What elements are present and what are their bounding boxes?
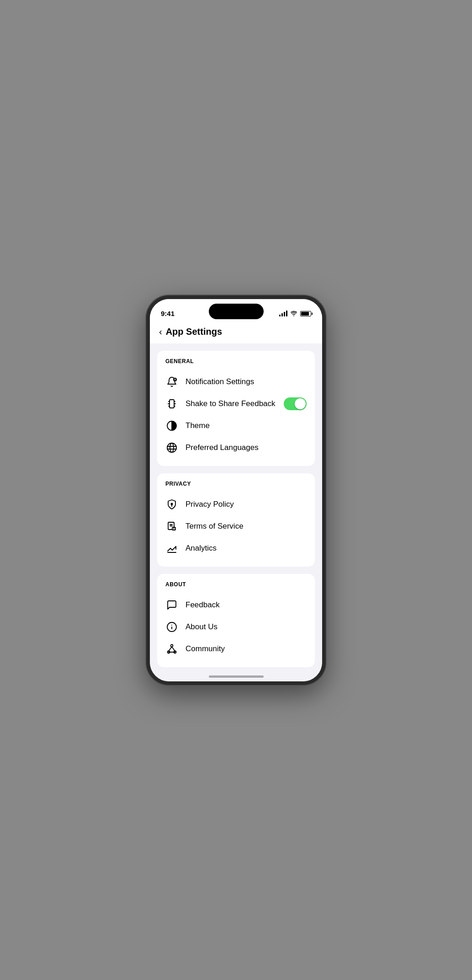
analytics-icon: [165, 542, 178, 555]
header: ‹ App Settings: [150, 322, 322, 343]
privacy-section-title: PRIVACY: [165, 481, 307, 487]
home-bar: [209, 675, 264, 678]
about-section: ABOUT Feedback: [157, 574, 315, 667]
privacy-policy-label: Privacy Policy: [186, 500, 307, 509]
preferred-languages-row[interactable]: Preferred Languages: [165, 437, 307, 459]
svg-line-28: [169, 647, 172, 651]
notification-settings-row[interactable]: Notification Settings: [165, 371, 307, 393]
home-indicator: [150, 668, 322, 681]
screen: 9:41 ‹ App Settings: [150, 299, 322, 681]
status-icons: [279, 311, 311, 316]
chat-icon: [165, 599, 178, 611]
svg-point-9: [167, 443, 176, 452]
battery-icon: [300, 311, 311, 316]
privacy-policy-row[interactable]: Privacy Policy: [165, 493, 307, 515]
dynamic-island: [209, 304, 264, 319]
toggle-track: [284, 397, 307, 410]
svg-point-10: [170, 443, 174, 452]
signal-icon: [279, 311, 287, 316]
wifi-icon: [290, 311, 297, 316]
shake-icon: [165, 397, 178, 410]
svg-line-29: [172, 647, 175, 651]
about-us-row[interactable]: About Us: [165, 616, 307, 638]
community-icon: [165, 643, 178, 655]
theme-row[interactable]: Theme: [165, 415, 307, 437]
language-icon: [165, 441, 178, 454]
status-time: 9:41: [161, 310, 175, 317]
back-button[interactable]: ‹: [159, 327, 162, 336]
theme-icon: [165, 419, 178, 432]
privacy-section: PRIVACY Privacy Policy: [157, 473, 315, 567]
theme-label: Theme: [186, 421, 307, 430]
about-section-title: ABOUT: [165, 581, 307, 588]
shake-to-share-label: Shake to Share Feedback: [186, 399, 276, 408]
document-lock-icon: [165, 520, 178, 533]
page-title: App Settings: [166, 327, 222, 337]
shake-toggle[interactable]: [284, 397, 307, 410]
svg-rect-1: [170, 400, 174, 408]
general-section-title: GENERAL: [165, 358, 307, 364]
feedback-label: Feedback: [186, 600, 307, 610]
terms-of-service-row[interactable]: Terms of Service: [165, 515, 307, 537]
analytics-label: Analytics: [186, 544, 307, 553]
terms-of-service-label: Terms of Service: [186, 522, 307, 531]
about-us-label: About Us: [186, 622, 307, 632]
community-label: Community: [186, 644, 307, 653]
toggle-thumb: [295, 398, 306, 409]
info-icon: [165, 621, 178, 633]
analytics-row[interactable]: Analytics: [165, 537, 307, 559]
phone-frame: 9:41 ‹ App Settings: [146, 295, 326, 685]
feedback-row[interactable]: Feedback: [165, 594, 307, 616]
shake-to-share-row[interactable]: Shake to Share Feedback: [165, 393, 307, 415]
general-section: GENERAL Notification Settings: [157, 351, 315, 466]
community-row[interactable]: Community: [165, 638, 307, 660]
shield-icon: [165, 498, 178, 511]
preferred-languages-label: Preferred Languages: [186, 443, 307, 452]
bell-settings-icon: [165, 375, 178, 388]
notification-settings-label: Notification Settings: [186, 377, 307, 386]
scroll-content: GENERAL Notification Settings: [150, 343, 322, 668]
